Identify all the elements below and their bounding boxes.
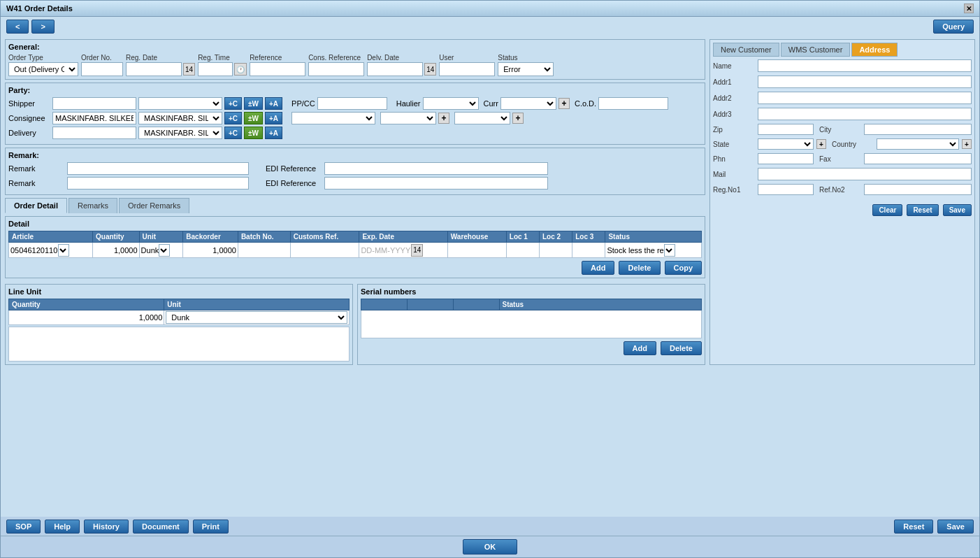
addr1-input[interactable] <box>758 76 972 88</box>
delivery-add-btn[interactable]: +C <box>224 127 242 139</box>
cell-customs-ref[interactable] <box>290 243 359 258</box>
copy-button[interactable]: Copy <box>665 261 702 275</box>
shipper-edit-btn[interactable]: ±W <box>244 97 263 110</box>
lu-unit-select[interactable]: Dunk <box>166 311 347 324</box>
name-input[interactable] <box>758 59 972 72</box>
cell-article[interactable]: 05046120110 <box>9 243 93 258</box>
print-button[interactable]: Print <box>193 520 229 534</box>
curr-plus-btn[interactable]: + <box>559 98 570 109</box>
remark-input-1[interactable] <box>67 162 249 175</box>
tab-order-remarks[interactable]: Order Remarks <box>119 198 189 213</box>
table-row[interactable]: 05046120110 1,0000 Dunk <box>9 243 702 258</box>
cell-status[interactable]: Stock less the re <box>605 243 702 258</box>
consignee-edit-btn[interactable]: ±W <box>244 112 263 124</box>
edi-ref-input-2[interactable] <box>324 177 548 189</box>
lu-qty-cell[interactable]: 1,0000 <box>9 310 164 325</box>
tab-wms-customer[interactable]: WMS Customer <box>781 43 851 57</box>
cell-loc1[interactable] <box>506 243 539 258</box>
document-button[interactable]: Document <box>133 520 189 534</box>
reg-date-calendar-icon[interactable]: 14 <box>183 63 195 76</box>
cell-exp-date[interactable]: DD-MM-YYYY 14 <box>359 243 447 258</box>
consignee-curr-select[interactable] <box>454 112 510 124</box>
delivery-input[interactable] <box>52 127 136 139</box>
state-select[interactable] <box>758 138 814 150</box>
addr2-input[interactable] <box>758 92 972 104</box>
save-button[interactable]: Save <box>937 520 974 534</box>
exp-date-calendar-icon[interactable]: 14 <box>411 244 423 257</box>
query-button[interactable]: Query <box>933 20 974 34</box>
shipper-addr-btn[interactable]: +A <box>265 97 282 110</box>
tab-address[interactable]: Address <box>851 43 898 57</box>
cod-input[interactable] <box>598 97 668 110</box>
cons-ref-input[interactable]: JBR <box>308 62 364 76</box>
serial-add-button[interactable]: Add <box>624 341 656 355</box>
consignee-ppcc-select[interactable] <box>291 112 375 124</box>
help-button[interactable]: Help <box>45 520 80 534</box>
country-plus-btn[interactable]: + <box>962 139 972 149</box>
user-input[interactable]: admin <box>439 62 495 76</box>
delv-date-calendar-icon[interactable]: 14 <box>424 63 436 76</box>
cell-loc2[interactable] <box>539 243 572 258</box>
mail-input[interactable] <box>758 168 972 180</box>
status-select[interactable]: Error <box>498 62 554 76</box>
prev-button[interactable]: < <box>6 20 29 34</box>
haulier-plus-btn[interactable]: + <box>438 113 449 124</box>
curr-select[interactable] <box>500 97 556 110</box>
consignee-addr-btn[interactable]: +A <box>265 112 282 124</box>
right-save-button[interactable]: Save <box>943 204 972 216</box>
city-input[interactable] <box>864 124 972 135</box>
country-select[interactable] <box>877 138 959 150</box>
shipper-add-btn[interactable]: +C <box>224 97 242 110</box>
consignee-input[interactable] <box>52 112 136 124</box>
history-button[interactable]: History <box>84 520 129 534</box>
consignee-add-btn[interactable]: +C <box>224 112 242 124</box>
shipper-input[interactable] <box>52 97 136 110</box>
cell-batch-no[interactable] <box>238 243 290 258</box>
refno2-input[interactable] <box>864 184 972 195</box>
ppcc-input[interactable] <box>317 97 387 110</box>
ok-button[interactable]: OK <box>463 539 518 555</box>
close-button[interactable]: ✕ <box>964 3 974 13</box>
consignee-select[interactable]: MASKINFABR. SILK <box>138 112 222 124</box>
delivery-addr-btn[interactable]: +A <box>265 127 282 139</box>
status-dropdown[interactable] <box>664 244 675 257</box>
regno1-input[interactable] <box>758 184 814 195</box>
cell-backorder[interactable]: 1,0000 <box>183 243 238 258</box>
tab-order-detail[interactable]: Order Detail <box>5 198 67 213</box>
edi-ref-input-1[interactable] <box>324 162 548 175</box>
consignee-curr-plus-btn[interactable]: + <box>512 113 524 124</box>
delivery-select[interactable]: MASKINFABR. SILK <box>138 127 222 139</box>
add-button[interactable]: Add <box>582 261 614 275</box>
phn-input[interactable] <box>758 153 814 164</box>
reference-input[interactable]: 21001156 <box>250 62 305 76</box>
fax-input[interactable] <box>864 153 972 164</box>
cell-unit[interactable]: Dunk <box>139 243 183 258</box>
order-no-input[interactable]: 2009 <box>81 62 123 76</box>
order-type-select[interactable]: Out (Delivery O <box>8 62 78 76</box>
reset-button[interactable]: Reset <box>894 520 933 534</box>
right-reset-button[interactable]: Reset <box>907 204 938 216</box>
reg-time-input[interactable]: 15.38 <box>198 62 233 76</box>
haulier-select[interactable] <box>423 97 479 110</box>
next-button[interactable]: > <box>31 20 54 34</box>
cell-loc3[interactable] <box>572 243 605 258</box>
lu-unit-cell[interactable]: Dunk <box>164 310 350 325</box>
tab-new-customer[interactable]: New Customer <box>713 43 779 57</box>
shipper-select[interactable] <box>138 97 222 110</box>
addr3-input[interactable] <box>758 108 972 120</box>
clear-button[interactable]: Clear <box>872 204 902 216</box>
article-dropdown[interactable] <box>58 244 69 257</box>
reg-date-input[interactable]: 20-05-2021 <box>126 62 182 76</box>
tab-remarks[interactable]: Remarks <box>69 198 117 213</box>
cell-quantity[interactable]: 1,0000 <box>93 243 140 258</box>
line-unit-row[interactable]: 1,0000 Dunk <box>9 310 350 325</box>
cell-warehouse[interactable] <box>447 243 506 258</box>
consignee-haulier-select[interactable] <box>380 112 436 124</box>
delivery-edit-btn[interactable]: ±W <box>244 127 263 139</box>
state-plus-btn[interactable]: + <box>816 139 826 149</box>
serial-delete-button[interactable]: Delete <box>661 341 702 355</box>
delv-date-input[interactable]: 12-05-2021 <box>367 62 423 76</box>
delete-button[interactable]: Delete <box>619 261 660 275</box>
clock-icon[interactable]: 🕐 <box>234 63 247 76</box>
unit-dropdown[interactable] <box>159 244 170 257</box>
